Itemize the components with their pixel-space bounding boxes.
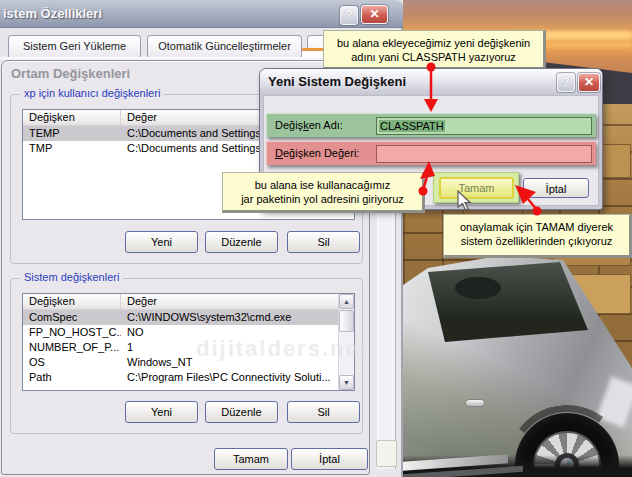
scroll-up-button[interactable]: ▲ [339, 294, 354, 309]
cell-variable: FP_NO_HOST_C... [23, 325, 121, 340]
cancel-button[interactable]: İptal [291, 448, 368, 470]
tab-sistem-geri-yukleme[interactable]: Sistem Geri Yükleme [8, 35, 141, 57]
dialog-title: Ortam Değişkenleri [11, 66, 130, 81]
cell-variable: Path [23, 370, 121, 385]
hidden-button-edge [376, 440, 397, 467]
new-variable-titlebar[interactable]: Yeni Sistem Değişkeni ? ✕ [260, 69, 602, 95]
callout-classpath: bu alana ekleyeceğimiz yeni değişkenin a… [323, 30, 546, 70]
car-side-marker [465, 399, 485, 407]
tab-label: Sistem Geri Yükleme [23, 40, 126, 52]
cell-variable: TEMP [23, 126, 121, 141]
cell-variable: TMP [23, 141, 121, 156]
wallpaper-car [403, 230, 632, 477]
mouse-cursor-icon [456, 190, 474, 214]
callout-line: onaylamak için TAMAM diyerek [444, 220, 629, 234]
close-button[interactable]: ✕ [578, 73, 600, 92]
car-mirror [455, 277, 501, 299]
close-button[interactable]: ✕ [361, 5, 388, 24]
selected-text: CLASSPATH [379, 120, 445, 132]
table-row[interactable]: Path C:\Program Files\PC Connectivity So… [23, 370, 338, 385]
user-variables-group-label: xp için kullanıcı değişkenleri [20, 87, 164, 99]
callout-line: sistem özelliklerinden çıkıyoruz [444, 234, 629, 248]
cancel-button[interactable]: İptal [523, 178, 589, 198]
variable-name-row: Değişken Adı: CLASSPATH [266, 113, 596, 137]
cell-variable: OS [23, 355, 121, 370]
list-header[interactable]: Değişken Değer [23, 294, 338, 310]
system-variables-group-label: Sistem değişkenleri [20, 271, 123, 283]
screen: istem Özellikleri ? ✕ Sistem Geri Yüklem… [0, 0, 632, 477]
help-button[interactable]: ? [557, 73, 575, 92]
system-delete-button[interactable]: Sil [287, 401, 360, 423]
cell-value: C:\Program Files\PC Connectivity Soluti.… [121, 370, 338, 385]
ok-button[interactable]: Tamam [439, 177, 514, 199]
dialog-title: Yeni Sistem Değişkeni [268, 74, 406, 89]
cell-variable: ComSpec [23, 310, 121, 325]
help-icon: ? [345, 8, 352, 22]
callout-line: bu alana ise kullanacağımız [223, 178, 422, 192]
close-icon: ✕ [369, 7, 379, 21]
help-icon: ? [562, 75, 569, 89]
tab-otomatik-guncellestirmeler[interactable]: Otomatik Güncelleştirmeler [147, 35, 302, 57]
column-header-variable[interactable]: Değişken [23, 110, 121, 126]
table-row[interactable]: ComSpec C:\WINDOWS\system32\cmd.exe [23, 310, 338, 325]
variable-name-input[interactable]: CLASSPATH [376, 117, 592, 135]
scroll-down-icon: ▼ [343, 379, 350, 386]
car-windshield [428, 262, 588, 344]
cell-variable: NUMBER_OF_P... [23, 340, 121, 355]
scroll-thumb[interactable] [339, 310, 354, 332]
variable-name-label: Değişken Adı: [275, 119, 343, 131]
scroll-up-icon: ▲ [343, 298, 350, 305]
window-title: istem Özellikleri [3, 6, 102, 21]
column-header-variable[interactable]: Değişken [23, 294, 121, 310]
column-header-value[interactable]: Değer [121, 294, 338, 310]
close-icon: ✕ [584, 75, 594, 89]
tab-label: Otomatik Güncelleştirmeler [158, 40, 291, 52]
variable-value-row: Değişken Değeri: [266, 141, 596, 165]
callout-line: adını yani CLASSPATH yazıyoruz [324, 50, 543, 64]
variable-value-label: Değişken Değeri: [275, 147, 359, 159]
user-delete-button[interactable]: Sil [287, 231, 360, 253]
callout-confirm: onaylamak için TAMAM diyerek sistem özel… [443, 214, 632, 258]
car-body [403, 230, 632, 477]
variable-value-input[interactable] [376, 145, 592, 163]
watermark: dijitalders.net [196, 336, 369, 362]
ok-button-highlight: Tamam [433, 172, 519, 203]
help-button[interactable]: ? [340, 6, 358, 25]
callout-line: jar paketinin yol adresini giriyoruz [223, 192, 422, 206]
callout-jar-path: bu alana ise kullanacağımız jar paketini… [222, 172, 425, 213]
scroll-down-button[interactable]: ▼ [339, 375, 354, 390]
system-edit-button[interactable]: Düzenle [205, 401, 278, 423]
callout-line: bu alana ekleyeceğimiz yeni değişkenin [324, 36, 543, 50]
cell-value: C:\WINDOWS\system32\cmd.exe [121, 310, 338, 325]
user-new-button[interactable]: Yeni [125, 231, 198, 253]
user-edit-button[interactable]: Düzenle [205, 231, 278, 253]
ok-button[interactable]: Tamam [214, 448, 288, 470]
system-new-button[interactable]: Yeni [125, 401, 198, 423]
system-properties-titlebar[interactable]: istem Özellikleri ? ✕ [0, 0, 403, 28]
